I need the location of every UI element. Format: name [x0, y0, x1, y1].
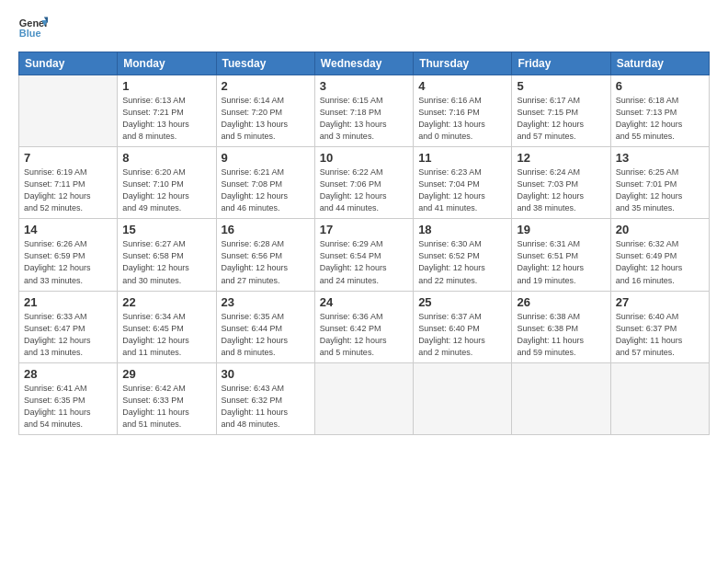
week-row-4: 21Sunrise: 6:33 AM Sunset: 6:47 PM Dayli…: [19, 291, 710, 362]
day-info: Sunrise: 6:37 AM Sunset: 6:40 PM Dayligh…: [418, 311, 506, 359]
day-cell: 22Sunrise: 6:34 AM Sunset: 6:45 PM Dayli…: [118, 291, 216, 362]
day-info: Sunrise: 6:34 AM Sunset: 6:45 PM Dayligh…: [122, 311, 210, 359]
day-info: Sunrise: 6:21 AM Sunset: 7:08 PM Dayligh…: [222, 167, 310, 214]
weekday-header-thursday: Thursday: [414, 52, 512, 75]
day-cell: 14Sunrise: 6:26 AM Sunset: 6:59 PM Dayli…: [19, 219, 118, 291]
day-info: Sunrise: 6:38 AM Sunset: 6:38 PM Dayligh…: [517, 311, 605, 359]
day-cell: 3Sunrise: 6:15 AM Sunset: 7:18 PM Daylig…: [314, 75, 413, 147]
day-cell: 6Sunrise: 6:18 AM Sunset: 7:13 PM Daylig…: [610, 75, 709, 147]
day-cell: 11Sunrise: 6:23 AM Sunset: 7:04 PM Dayli…: [414, 147, 512, 219]
day-number: 25: [418, 295, 506, 309]
day-info: Sunrise: 6:19 AM Sunset: 7:11 PM Dayligh…: [24, 167, 112, 214]
day-number: 3: [320, 79, 408, 93]
day-number: 15: [122, 223, 210, 236]
page: General Blue SundayMondayTuesdayWednesda…: [0, 0, 728, 563]
day-number: 21: [24, 295, 112, 309]
day-info: Sunrise: 6:41 AM Sunset: 6:35 PM Dayligh…: [24, 383, 112, 431]
day-number: 11: [418, 151, 506, 165]
day-number: 5: [517, 79, 605, 93]
week-row-2: 7Sunrise: 6:19 AM Sunset: 7:11 PM Daylig…: [19, 147, 710, 219]
day-info: Sunrise: 6:36 AM Sunset: 6:42 PM Dayligh…: [320, 311, 408, 359]
day-info: Sunrise: 6:28 AM Sunset: 6:56 PM Dayligh…: [222, 238, 310, 286]
day-cell: 25Sunrise: 6:37 AM Sunset: 6:40 PM Dayli…: [414, 291, 512, 362]
day-cell: 23Sunrise: 6:35 AM Sunset: 6:44 PM Dayli…: [216, 291, 314, 362]
day-cell: 17Sunrise: 6:29 AM Sunset: 6:54 PM Dayli…: [314, 219, 413, 291]
weekday-header-tuesday: Tuesday: [216, 52, 314, 75]
day-info: Sunrise: 6:43 AM Sunset: 6:32 PM Dayligh…: [222, 383, 310, 431]
day-info: Sunrise: 6:29 AM Sunset: 6:54 PM Dayligh…: [320, 238, 408, 286]
day-cell: [19, 75, 118, 147]
day-cell: [610, 362, 709, 434]
day-number: 12: [517, 151, 605, 165]
day-info: Sunrise: 6:40 AM Sunset: 6:37 PM Dayligh…: [616, 311, 704, 359]
day-number: 16: [222, 223, 310, 236]
day-cell: 12Sunrise: 6:24 AM Sunset: 7:03 PM Dayli…: [512, 147, 610, 219]
day-cell: 4Sunrise: 6:16 AM Sunset: 7:16 PM Daylig…: [414, 75, 512, 147]
weekday-header-saturday: Saturday: [610, 52, 709, 75]
day-info: Sunrise: 6:24 AM Sunset: 7:03 PM Dayligh…: [517, 167, 605, 214]
day-number: 20: [616, 223, 704, 236]
day-number: 26: [517, 295, 605, 309]
day-number: 7: [24, 151, 112, 165]
day-info: Sunrise: 6:32 AM Sunset: 6:49 PM Dayligh…: [616, 238, 704, 286]
day-info: Sunrise: 6:15 AM Sunset: 7:18 PM Dayligh…: [320, 95, 408, 143]
week-row-3: 14Sunrise: 6:26 AM Sunset: 6:59 PM Dayli…: [19, 219, 710, 291]
day-cell: 30Sunrise: 6:43 AM Sunset: 6:32 PM Dayli…: [216, 362, 314, 434]
day-cell: 2Sunrise: 6:14 AM Sunset: 7:20 PM Daylig…: [216, 75, 314, 147]
day-info: Sunrise: 6:35 AM Sunset: 6:44 PM Dayligh…: [222, 311, 310, 359]
logo: General Blue: [18, 17, 48, 42]
day-cell: 29Sunrise: 6:42 AM Sunset: 6:33 PM Dayli…: [118, 362, 216, 434]
day-number: 8: [122, 151, 210, 165]
day-info: Sunrise: 6:30 AM Sunset: 6:52 PM Dayligh…: [418, 238, 506, 286]
weekday-header-wednesday: Wednesday: [314, 52, 413, 75]
day-number: 30: [222, 367, 310, 381]
day-cell: 10Sunrise: 6:22 AM Sunset: 7:06 PM Dayli…: [314, 147, 413, 219]
day-info: Sunrise: 6:20 AM Sunset: 7:10 PM Dayligh…: [122, 167, 210, 214]
day-number: 23: [222, 295, 310, 309]
weekday-header-row: SundayMondayTuesdayWednesdayThursdayFrid…: [19, 52, 710, 75]
day-info: Sunrise: 6:31 AM Sunset: 6:51 PM Dayligh…: [517, 238, 605, 286]
day-cell: [314, 362, 413, 434]
day-cell: 20Sunrise: 6:32 AM Sunset: 6:49 PM Dayli…: [610, 219, 709, 291]
day-number: 29: [122, 367, 210, 381]
day-number: 18: [418, 223, 506, 236]
day-info: Sunrise: 6:25 AM Sunset: 7:01 PM Dayligh…: [616, 167, 704, 214]
day-cell: 13Sunrise: 6:25 AM Sunset: 7:01 PM Dayli…: [610, 147, 709, 219]
day-cell: [512, 362, 610, 434]
day-cell: 16Sunrise: 6:28 AM Sunset: 6:56 PM Dayli…: [216, 219, 314, 291]
day-number: 4: [418, 79, 506, 93]
day-info: Sunrise: 6:13 AM Sunset: 7:21 PM Dayligh…: [122, 95, 210, 143]
day-info: Sunrise: 6:17 AM Sunset: 7:15 PM Dayligh…: [517, 95, 605, 143]
day-cell: 15Sunrise: 6:27 AM Sunset: 6:58 PM Dayli…: [118, 219, 216, 291]
weekday-header-monday: Monday: [118, 52, 216, 75]
day-number: 28: [24, 367, 112, 381]
day-cell: 1Sunrise: 6:13 AM Sunset: 7:21 PM Daylig…: [118, 75, 216, 147]
day-number: 6: [616, 79, 704, 93]
day-number: 1: [122, 79, 210, 93]
header: General Blue: [18, 17, 710, 42]
day-cell: 24Sunrise: 6:36 AM Sunset: 6:42 PM Dayli…: [314, 291, 413, 362]
svg-text:Blue: Blue: [19, 28, 41, 39]
day-info: Sunrise: 6:27 AM Sunset: 6:58 PM Dayligh…: [122, 238, 210, 286]
day-cell: 26Sunrise: 6:38 AM Sunset: 6:38 PM Dayli…: [512, 291, 610, 362]
day-number: 9: [222, 151, 310, 165]
day-cell: 8Sunrise: 6:20 AM Sunset: 7:10 PM Daylig…: [118, 147, 216, 219]
day-cell: 9Sunrise: 6:21 AM Sunset: 7:08 PM Daylig…: [216, 147, 314, 219]
day-info: Sunrise: 6:14 AM Sunset: 7:20 PM Dayligh…: [222, 95, 310, 143]
weekday-header-sunday: Sunday: [19, 52, 118, 75]
weekday-header-friday: Friday: [512, 52, 610, 75]
day-number: 24: [320, 295, 408, 309]
day-cell: 27Sunrise: 6:40 AM Sunset: 6:37 PM Dayli…: [610, 291, 709, 362]
day-cell: 5Sunrise: 6:17 AM Sunset: 7:15 PM Daylig…: [512, 75, 610, 147]
day-info: Sunrise: 6:18 AM Sunset: 7:13 PM Dayligh…: [616, 95, 704, 143]
day-cell: 18Sunrise: 6:30 AM Sunset: 6:52 PM Dayli…: [414, 219, 512, 291]
day-cell: 28Sunrise: 6:41 AM Sunset: 6:35 PM Dayli…: [19, 362, 118, 434]
day-number: 27: [616, 295, 704, 309]
day-info: Sunrise: 6:26 AM Sunset: 6:59 PM Dayligh…: [24, 238, 112, 286]
day-cell: 21Sunrise: 6:33 AM Sunset: 6:47 PM Dayli…: [19, 291, 118, 362]
day-info: Sunrise: 6:23 AM Sunset: 7:04 PM Dayligh…: [418, 167, 506, 214]
day-cell: [414, 362, 512, 434]
day-number: 10: [320, 151, 408, 165]
week-row-5: 28Sunrise: 6:41 AM Sunset: 6:35 PM Dayli…: [19, 362, 710, 434]
calendar-table: SundayMondayTuesdayWednesdayThursdayFrid…: [18, 52, 710, 435]
